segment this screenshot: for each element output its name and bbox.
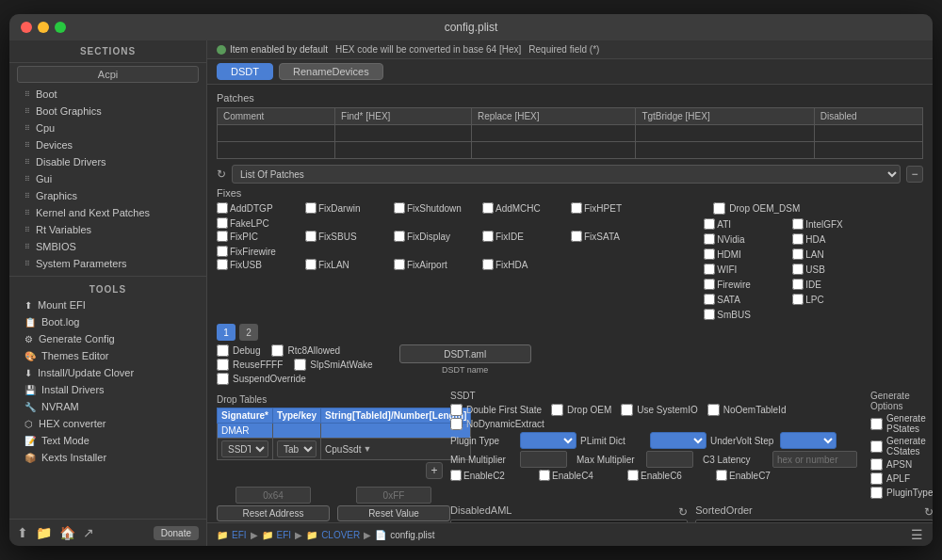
checkbox-no-oem-tableid[interactable] bbox=[707, 404, 720, 416]
sidebar-item-boot[interactable]: ⠿ Boot bbox=[9, 86, 206, 103]
checkbox-enableC7[interactable] bbox=[716, 470, 727, 481]
sidebar-item-devices[interactable]: ⠿ Devices bbox=[9, 136, 206, 153]
list-patches-select[interactable]: List Of Patches bbox=[232, 165, 901, 184]
checkbox-fixDarwin[interactable] bbox=[305, 202, 317, 214]
checkbox-ATI[interactable] bbox=[704, 218, 715, 230]
sidebar-item-nvram[interactable]: 🔧 NVRAM bbox=[9, 398, 206, 415]
checkbox-USB[interactable] bbox=[792, 264, 804, 275]
sidebar-item-gui[interactable]: ⠿ Gui bbox=[9, 170, 206, 187]
close-button[interactable] bbox=[21, 22, 32, 33]
sidebar-item-kexts-installer[interactable]: 📦 Kexts Installer bbox=[9, 449, 206, 466]
checkbox-SmBUS[interactable] bbox=[704, 309, 715, 320]
checkbox-fixPIC[interactable] bbox=[217, 231, 228, 242]
checkbox-NVidia[interactable] bbox=[704, 233, 715, 245]
checkbox-addMCHC[interactable] bbox=[482, 202, 494, 214]
hamburger-menu-icon[interactable]: ☰ bbox=[911, 527, 923, 542]
sidebar-item-mount-efi[interactable]: ⬆ Mount EFI bbox=[9, 296, 206, 313]
sidebar-icon-3[interactable]: 🏠 bbox=[59, 525, 75, 540]
checkbox-drop-oem-ssdt[interactable] bbox=[551, 404, 563, 416]
checkbox-fixSATA[interactable] bbox=[571, 231, 582, 242]
checkbox-enableC4[interactable] bbox=[539, 470, 550, 481]
checkbox-debug[interactable] bbox=[217, 344, 229, 357]
checkbox-slp[interactable] bbox=[294, 359, 306, 371]
ssdt-dropdown[interactable]: SSDT bbox=[221, 440, 268, 457]
sidebar-item-disable-drivers[interactable]: ⠿ Disable Drivers bbox=[9, 153, 206, 170]
checkbox-SATA[interactable] bbox=[704, 294, 715, 305]
checkbox-plugintype[interactable] bbox=[870, 487, 883, 499]
sidebar-item-text-mode[interactable]: 📝 Text Mode bbox=[9, 432, 206, 449]
sidebar-item-install-clover[interactable]: ⬇ Install/Update Clover bbox=[9, 364, 206, 381]
add-row-button[interactable]: + bbox=[426, 462, 443, 479]
sidebar-item-boot-graphics[interactable]: ⠿ Boot Graphics bbox=[9, 103, 206, 120]
sidebar-item-rt-variables[interactable]: ⠿ Rt Variables bbox=[9, 221, 206, 238]
checkbox-IDE[interactable] bbox=[792, 279, 804, 290]
sidebar-item-boot-log[interactable]: 📋 Boot.log bbox=[9, 313, 206, 330]
max-mult-input[interactable] bbox=[646, 451, 693, 468]
checkbox-fixUSB[interactable] bbox=[217, 259, 228, 270]
checkbox-WIFI[interactable] bbox=[704, 264, 715, 275]
sidebar-icon-1[interactable]: ⬆ bbox=[17, 525, 28, 540]
checkbox-IntelGFX[interactable] bbox=[792, 218, 804, 230]
checkbox-apsn[interactable] bbox=[870, 458, 883, 471]
sidebar-item-kernel-kext[interactable]: ⠿ Kernel and Kext Patches bbox=[9, 204, 206, 221]
tableid-dropdown[interactable]: TableId bbox=[277, 440, 317, 457]
c3-latency-input[interactable] bbox=[772, 451, 857, 468]
maximize-button[interactable] bbox=[55, 22, 66, 33]
checkbox-fixDisplay[interactable] bbox=[394, 231, 405, 242]
sidebar-item-themes-editor[interactable]: 🎨 Themes Editor bbox=[9, 347, 206, 364]
reset-value-button[interactable]: Reset Value bbox=[337, 505, 450, 521]
checkbox-gen-pstates[interactable] bbox=[870, 418, 883, 430]
checkbox-LAN[interactable] bbox=[792, 248, 804, 260]
page-1-button[interactable]: 1 bbox=[217, 324, 236, 341]
checkbox-double-first[interactable] bbox=[450, 404, 463, 416]
reset-address-button[interactable]: Reset Address bbox=[217, 505, 330, 521]
dsdt-name-input[interactable] bbox=[399, 344, 531, 363]
sidebar-item-hex-converter[interactable]: ⬡ HEX converter bbox=[9, 415, 206, 432]
breadcrumb-efi2[interactable]: EFI bbox=[277, 530, 292, 540]
checkbox-drop-oem-dsm[interactable] bbox=[713, 202, 725, 215]
checkbox-fixSBUS[interactable] bbox=[305, 231, 317, 242]
checkbox-fixFirewire[interactable] bbox=[217, 246, 228, 257]
reset-addr-input[interactable] bbox=[236, 487, 311, 504]
page-2-button[interactable]: 2 bbox=[239, 324, 258, 341]
checkbox-fixIDE[interactable] bbox=[482, 231, 494, 242]
table-row[interactable]: SSDT TableId bbox=[218, 439, 471, 460]
sidebar-item-generate-config[interactable]: ⚙ Generate Config bbox=[9, 330, 206, 347]
checkbox-addDTGP[interactable] bbox=[217, 202, 228, 214]
checkbox-fixShutdown[interactable] bbox=[394, 202, 405, 214]
table-row[interactable]: DMAR bbox=[218, 424, 471, 439]
checkbox-enableC2[interactable] bbox=[450, 470, 462, 481]
minimize-button[interactable] bbox=[38, 22, 49, 33]
checkbox-HDMI[interactable] bbox=[704, 248, 715, 260]
checkbox-suspend[interactable] bbox=[217, 373, 229, 385]
min-mult-input[interactable] bbox=[520, 451, 567, 468]
disabled-aml-refresh-icon[interactable]: ↻ bbox=[678, 505, 688, 519]
donate-button[interactable]: Donate bbox=[154, 526, 199, 540]
sidebar-icon-4[interactable]: ↗ bbox=[83, 525, 94, 540]
checkbox-use-systemio[interactable] bbox=[621, 404, 633, 416]
checkbox-rtc8allowed[interactable] bbox=[271, 344, 284, 357]
tab-dsdt[interactable]: DSDT bbox=[217, 63, 273, 80]
checkbox-enableC6[interactable] bbox=[627, 470, 639, 481]
checkbox-fakeLPC[interactable] bbox=[217, 217, 228, 229]
sidebar-item-smbios[interactable]: ⠿ SMBIOS bbox=[9, 238, 206, 255]
sidebar-icon-2[interactable]: 📁 bbox=[36, 525, 52, 540]
checkbox-gen-cstates[interactable] bbox=[870, 440, 883, 453]
reset-val-input[interactable] bbox=[356, 487, 431, 504]
minus-button[interactable]: − bbox=[906, 166, 923, 183]
checkbox-HDA[interactable] bbox=[792, 233, 804, 245]
plugin-type-dropdown[interactable] bbox=[520, 432, 577, 449]
checkbox-fixLAN[interactable] bbox=[305, 259, 317, 270]
checkbox-Firewire[interactable] bbox=[704, 279, 715, 290]
checkbox-no-dynamic-extract[interactable] bbox=[450, 418, 463, 430]
plimit-dict-dropdown[interactable] bbox=[650, 432, 706, 449]
sidebar-item-graphics[interactable]: ⠿ Graphics bbox=[9, 187, 206, 204]
checkbox-fixHDA[interactable] bbox=[482, 259, 494, 270]
undervolt-step-dropdown[interactable] bbox=[780, 432, 836, 449]
sidebar-item-cpu[interactable]: ⠿ Cpu bbox=[9, 120, 206, 136]
checkbox-fixHPET[interactable] bbox=[571, 202, 582, 214]
sidebar-item-system-parameters[interactable]: ⠿ System Parameters bbox=[9, 255, 206, 272]
sidebar-item-install-drivers[interactable]: 💾 Install Drivers bbox=[9, 381, 206, 398]
checkbox-fixAirport[interactable] bbox=[394, 259, 405, 270]
breadcrumb-efi1[interactable]: EFI bbox=[232, 530, 247, 540]
